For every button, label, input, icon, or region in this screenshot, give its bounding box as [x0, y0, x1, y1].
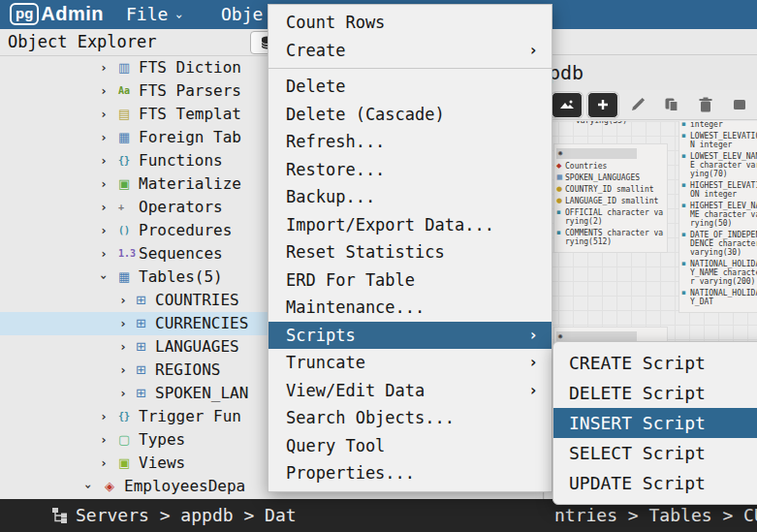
chevron-down-icon: ›	[165, 13, 194, 20]
chevron-right-icon[interactable]: ›	[100, 196, 108, 219]
chevron-right-icon[interactable]: ›	[100, 405, 108, 428]
erd-column-text: LOWEST_ELEV_NAME character varying(70)	[690, 152, 757, 178]
erd-column-row: ▪NATIONAL_HOLIDAY_DAT	[681, 289, 757, 306]
submenu-item-label: UPDATE Script	[569, 473, 706, 493]
erd-column-row: ▪LOWEST_ELEVATION integer	[681, 132, 757, 149]
erd-table-node[interactable]: ◉◆Countries▦SPOKEN_LANGUAGES●COUNTRY_ID …	[553, 143, 668, 253]
erd-column-row: ●LANGUAGE_ID smallint	[556, 197, 665, 205]
menu-item-properties[interactable]: Properties...	[268, 459, 552, 487]
menu-item-maintenance[interactable]: Maintenance...	[268, 294, 552, 322]
menu-item-view-edit-data[interactable]: View/Edit Data›	[268, 377, 552, 405]
chevron-right-icon[interactable]: ›	[119, 382, 127, 405]
menu-item-label: ERD For Table	[286, 270, 415, 290]
image-button[interactable]	[552, 92, 583, 118]
chevron-right-icon[interactable]: ›	[100, 79, 108, 103]
submenu-item-select-script[interactable]: SELECT Script	[553, 438, 757, 468]
menu-item-restore[interactable]: Restore...	[268, 156, 552, 184]
chevron-right-icon[interactable]: ›	[100, 242, 108, 266]
erd-column-text: OFFICIAL character varying(2)	[565, 208, 665, 226]
table-icon: ⊞	[136, 312, 146, 335]
delete-button[interactable]	[691, 93, 720, 117]
erd-column-text: Countries	[565, 162, 607, 171]
column-icon: ▪	[681, 152, 688, 178]
menu-item-search-objects[interactable]: Search Objects...	[268, 404, 552, 432]
erd-column-text: HIGHEST_ELEVATION integer	[690, 181, 757, 199]
column-icon: ▪	[681, 231, 688, 257]
menu-item-delete[interactable]: Delete	[268, 73, 552, 101]
menu-item-label: Search Objects...	[286, 408, 455, 427]
erd-tab-bar: pdb	[544, 54, 757, 91]
sequences-icon: 1.3	[118, 242, 136, 266]
erd-column-row: ▪HIGHEST_ELEVATION integer	[681, 181, 757, 199]
menu-item-create[interactable]: Create›	[268, 37, 552, 65]
tab-appdb[interactable]: pdb	[549, 55, 584, 90]
column-icon: ▪	[681, 202, 688, 228]
menu-item-import-export-data[interactable]: Import/Export Data...	[268, 211, 552, 239]
table-icon: ⊞	[136, 289, 146, 312]
menu-item-label: Maintenance...	[286, 297, 425, 317]
tree-item-label: Tables(5)	[139, 266, 223, 289]
menu-item-delete-cascade[interactable]: Delete (Cascade)	[268, 101, 552, 129]
table-icon: ⊞	[136, 359, 146, 382]
tree-item-label: Views	[139, 452, 185, 475]
fts-parser-icon: Aa	[118, 79, 130, 103]
menu-object[interactable]: Obje	[221, 0, 263, 29]
chevron-right-icon[interactable]: ›	[119, 335, 127, 359]
chevron-right-icon[interactable]: ›	[100, 172, 108, 196]
pgadmin-logo: pg Admin	[10, 3, 104, 25]
chevron-right-icon[interactable]: ›	[100, 103, 108, 126]
submenu-item-delete-script[interactable]: DELETE Script	[553, 378, 757, 408]
edit-button[interactable]	[623, 93, 652, 117]
menu-item-count-rows[interactable]: Count Rows	[268, 9, 552, 37]
chevron-right-icon[interactable]: ›	[100, 452, 108, 475]
key-icon: ●	[556, 197, 563, 205]
column-icon: ▪	[681, 181, 688, 199]
erd-column-fragment: varying(35)	[576, 121, 627, 125]
clone-button[interactable]	[657, 93, 686, 117]
breadcrumb-left[interactable]: Servers > appdb > Dat	[76, 499, 297, 532]
erd-column-text: LOWEST_ELEVATION integer	[690, 132, 757, 149]
table-icon: ⊞	[136, 335, 146, 359]
chevron-down-icon[interactable]: ›	[77, 483, 100, 490]
chevron-right-icon[interactable]: ›	[100, 219, 108, 242]
submenu-item-insert-script[interactable]: INSERT Script	[553, 408, 757, 438]
chevron-right-icon[interactable]: ›	[100, 428, 108, 452]
erd-column-row: ▦SPOKEN_LANGUAGES	[556, 173, 665, 182]
column-icon: ▪	[681, 121, 688, 129]
chevron-right-icon[interactable]: ›	[100, 149, 108, 172]
menu-item-erd-for-table[interactable]: ERD For Table	[268, 266, 552, 295]
menu-item-reset-statistics[interactable]: Reset Statistics	[268, 238, 552, 266]
chevron-right-icon[interactable]: ›	[100, 126, 108, 149]
chevron-right-icon[interactable]: ›	[119, 312, 127, 335]
menu-item-scripts[interactable]: Scripts›	[268, 322, 552, 350]
chevron-right-icon[interactable]: ›	[119, 289, 127, 312]
tree-item-label: Procedures	[139, 219, 232, 242]
erd-column-row: ▪COMMENTS character varying(512)	[556, 229, 665, 246]
submenu-item-label: INSERT Script	[569, 413, 706, 433]
menu-item-label: Properties...	[286, 463, 415, 483]
tree-item-label: FTS Templat	[139, 103, 241, 126]
eye-icon: ◉	[558, 332, 562, 341]
menu-item-backup[interactable]: Backup...	[268, 183, 552, 211]
erd-table-node[interactable]: ▪integer▪LOWEST_ELEVATION integer▪LOWEST…	[678, 121, 757, 313]
submenu-item-create-script[interactable]: CREATE Script	[553, 348, 757, 378]
erd-column-text: COUNTRY_ID smallint	[565, 185, 654, 194]
erd-column-text: integer	[690, 121, 723, 129]
add-button[interactable]	[587, 92, 618, 118]
materialized-view-icon: ▣	[118, 172, 130, 196]
chevron-down-icon[interactable]: ›	[92, 273, 115, 281]
fts-dictionary-icon: ▥	[118, 56, 130, 79]
menu-item-refresh[interactable]: Refresh...	[268, 128, 552, 156]
chevron-right-icon[interactable]: ›	[119, 359, 127, 382]
tree-item-label: COUNTRIES	[155, 289, 239, 312]
chevron-right-icon[interactable]: ›	[100, 56, 108, 79]
menu-item-truncate[interactable]: Truncate›	[268, 349, 552, 377]
column-icon: ▪	[556, 229, 563, 246]
column-icon: ▪	[681, 132, 688, 149]
menu-item-query-tool[interactable]: Query Tool	[268, 432, 552, 460]
menu-item-label: Query Tool	[286, 436, 385, 455]
erd-column-row: ▪HIGHEST_ELEV_NAME character varying(50)	[681, 202, 757, 228]
partial-button[interactable]	[725, 93, 754, 117]
menu-file[interactable]: File›	[126, 0, 183, 29]
submenu-item-update-script[interactable]: UPDATE Script	[553, 468, 757, 498]
